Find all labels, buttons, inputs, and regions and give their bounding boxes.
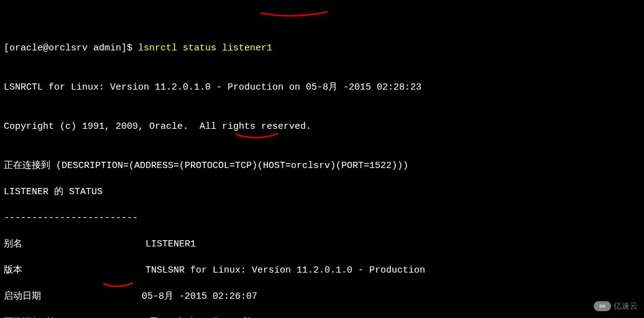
prompt-line-1[interactable]: [oracle@orclsrv admin]$ lsnrctl status l…: [4, 42, 640, 55]
output-connecting: 正在连接到 (DESCRIPTION=(ADDRESS=(PROTOCOL=TC…: [4, 159, 640, 172]
watermark-text: 亿速云: [614, 301, 638, 312]
watermark: 亿速云: [594, 301, 638, 312]
value-startdate: 05-8月 -2015 02:26:07: [142, 291, 257, 302]
value-alias: LISTENER1: [145, 239, 196, 250]
output-copyright: Copyright (c) 1991, 2009, Oracle. All ri…: [4, 120, 640, 133]
command-text: lsnrctl status listener1: [138, 43, 272, 54]
label-startdate: 启动日期: [4, 291, 142, 302]
watermark-cloud-icon: [594, 301, 611, 311]
annotation-underline-icon: [235, 133, 278, 141]
label-version: 版本: [4, 265, 145, 276]
shell-prompt: [oracle@orclsrv admin]$: [4, 43, 138, 54]
output-row-version: 版本 TNSLSNR for Linux: Version 11.2.0.1.0…: [4, 264, 640, 277]
output-row-alias: 别名 LISTENER1: [4, 238, 640, 251]
annotation-underline-icon: [103, 282, 134, 291]
value-version: TNSLSNR for Linux: Version 11.2.0.1.0 - …: [145, 265, 425, 276]
output-status-header: LISTENER 的 STATUS: [4, 185, 640, 199]
output-banner: LSNRCTL for Linux: Version 11.2.0.1.0 - …: [4, 81, 640, 94]
annotation-underline-icon: [260, 11, 328, 19]
output-row-startdate: 启动日期 05-8月 -2015 02:26:07: [4, 290, 640, 303]
label-alias: 别名: [4, 239, 145, 250]
output-dashes: ------------------------: [4, 212, 640, 225]
